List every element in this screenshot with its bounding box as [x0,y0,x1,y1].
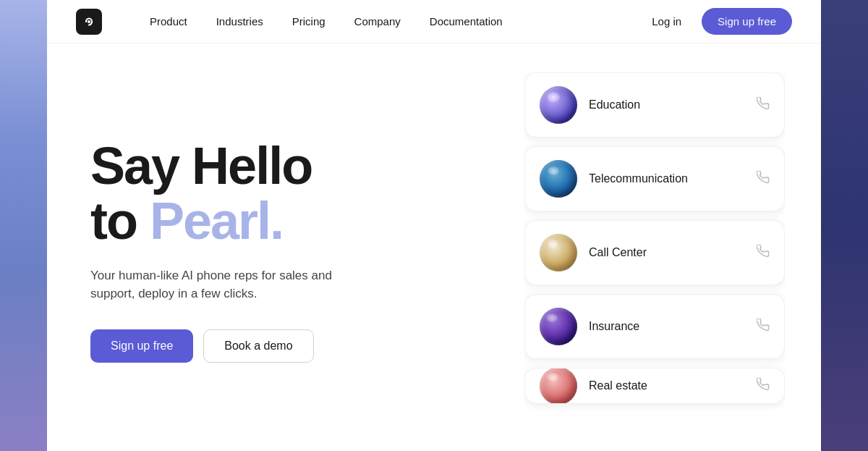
hero-section: Say Hello to Pearl. Your human-like AI p… [90,72,495,422]
hero-title-pearl: Pearl. [150,192,283,250]
industry-card-callcenter[interactable]: Call Center [524,220,785,285]
phone-icon-callcenter [757,245,770,261]
hero-title-line1: Say Hello [90,137,312,195]
industry-name-realestate: Real estate [589,379,745,392]
orb-callcenter [540,234,577,271]
orb-insurance [540,308,577,345]
login-button[interactable]: Log in [643,9,690,33]
hero-subtitle: Your human-like AI phone reps for sales … [90,266,365,303]
nav-product[interactable]: Product [138,9,199,33]
hero-title: Say Hello to Pearl. [90,139,495,248]
industry-card-realestate[interactable]: Real estate [524,368,785,404]
industry-name-education: Education [589,98,745,111]
industry-card-telecom[interactable]: Telecommunication [524,146,785,211]
phone-icon-realestate [757,378,770,395]
hero-title-line2: to [90,192,150,250]
industry-section: Education Telecommunication [524,72,785,422]
logo[interactable] [76,9,102,35]
hero-demo-button[interactable]: Book a demo [203,329,313,363]
industry-name-callcenter: Call Center [589,246,745,259]
cta-buttons: Sign up free Book a demo [90,329,495,363]
nav-company[interactable]: Company [343,9,412,33]
svg-point-1 [88,20,90,23]
phone-icon-education [757,97,770,114]
hero-signup-button[interactable]: Sign up free [90,329,193,363]
nav-links: Product Industries Pricing Company Docum… [138,9,643,33]
phone-icon-insurance [757,319,770,335]
industry-card-insurance[interactable]: Insurance [524,294,785,359]
industry-name-insurance: Insurance [589,320,745,333]
orb-telecom [540,160,577,198]
industry-name-telecom: Telecommunication [589,172,745,185]
content-area: Say Hello to Pearl. Your human-like AI p… [47,43,821,451]
nav-actions: Log in Sign up free [643,8,792,35]
right-decoration [821,0,868,451]
orb-education [540,86,577,124]
nav-signup-button[interactable]: Sign up free [702,8,792,35]
nav-pricing[interactable]: Pricing [281,9,337,33]
orb-realestate [540,368,577,404]
phone-icon-telecom [757,171,770,187]
nav-industries[interactable]: Industries [205,9,275,33]
nav-documentation[interactable]: Documentation [418,9,514,33]
navbar: Product Industries Pricing Company Docum… [47,0,821,43]
industry-card-education[interactable]: Education [524,72,785,138]
main-container: Product Industries Pricing Company Docum… [47,0,821,451]
left-decoration [0,0,47,451]
